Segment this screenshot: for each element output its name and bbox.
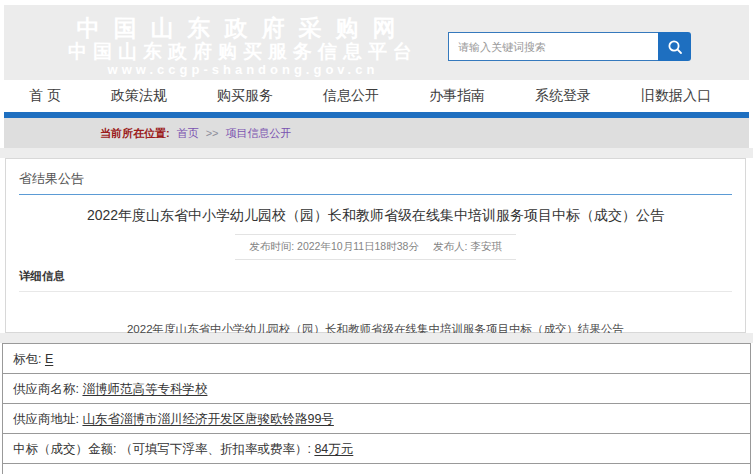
breadcrumb-home-link[interactable]: 首页	[177, 126, 199, 141]
search-bar	[448, 32, 691, 61]
search-icon	[667, 39, 683, 55]
nav-item-legacy-data[interactable]: 旧数据入口	[641, 87, 711, 105]
breadcrumb-current-link[interactable]: 项目信息公开	[226, 126, 292, 141]
publisher-value: 李安琪	[470, 240, 502, 252]
page: { "banner": { "logo_line1": "中国山东政府采购网",…	[0, 0, 753, 474]
detail-section-label: 详细信息	[19, 269, 732, 292]
announcement-title: 2022年度山东省中小学幼儿园校（园）长和教师省级在线集中培训服务项目中标（成交…	[6, 207, 745, 225]
table-row-partial	[3, 464, 750, 474]
divider-strip-top	[0, 148, 753, 158]
site-logo-title: 中国山东政府采购网	[68, 15, 418, 41]
site-logo-url: www.ccgp-shandong.gov.cn	[68, 63, 418, 78]
table-row-supplier-name: 供应商名称: 淄博师范高等专科学校	[3, 374, 750, 404]
table-row-award-amount: 中标（成交）金额: （可填写下浮率、折扣率或费率）: 84万元	[3, 434, 750, 464]
divider-strip-bottom	[0, 333, 753, 343]
row-label: 供应商名称:	[13, 382, 82, 396]
row-label: 供应商地址:	[13, 412, 82, 426]
nav-item-system-login[interactable]: 系统登录	[535, 87, 591, 105]
breadcrumb-separator: >>	[206, 127, 219, 139]
publish-time-label: 发布时间:	[249, 240, 297, 252]
breadcrumb: 当前所在位置: 首页 >> 项目信息公开	[4, 118, 749, 148]
publisher-label: 发布人:	[433, 240, 470, 252]
site-logo-subtitle: 中国山东政府购买服务信息平台	[68, 41, 418, 63]
section-title: 省结果公告	[19, 170, 732, 195]
nav-item-purchase-services[interactable]: 购买服务	[217, 87, 273, 105]
row-value: 84万元	[314, 442, 353, 456]
table-row-supplier-address: 供应商地址: 山东省淄博市淄川经济开发区唐骏欧铃路99号	[3, 404, 750, 434]
publish-time-value: 2022年10月11日18时38分	[297, 240, 419, 252]
nav-item-home[interactable]: 首 页	[29, 87, 61, 105]
site-logo: 中国山东政府采购网 中国山东政府购买服务信息平台 www.ccgp-shando…	[68, 15, 418, 78]
row-value: E	[45, 352, 53, 366]
nav-item-guides[interactable]: 办事指南	[429, 87, 485, 105]
search-input[interactable]	[448, 32, 658, 61]
row-value: 山东省淄博市淄川经济开发区唐骏欧铃路99号	[82, 412, 333, 426]
site-banner: 中国山东政府采购网 中国山东政府购买服务信息平台 www.ccgp-shando…	[4, 5, 749, 80]
row-value: 淄博师范高等专科学校	[82, 382, 207, 396]
main-nav: 首 页 政策法规 购买服务 信息公开 办事指南 系统登录 旧数据入口	[4, 80, 749, 112]
nav-item-policies[interactable]: 政策法规	[111, 87, 167, 105]
publish-info: 发布时间: 2022年10月11日18时38分发布人: 李安琪	[235, 234, 515, 260]
result-table: 标包: E 供应商名称: 淄博师范高等专科学校 供应商地址: 山东省淄博市淄川经…	[2, 343, 751, 474]
announcement-card: 省结果公告 2022年度山东省中小学幼儿园校（园）长和教师省级在线集中培训服务项…	[5, 158, 746, 333]
breadcrumb-location-label: 当前所在位置:	[100, 126, 170, 141]
search-button[interactable]	[658, 32, 691, 61]
nav-item-info-disclosure[interactable]: 信息公开	[323, 87, 379, 105]
row-label: 标包:	[13, 352, 45, 366]
table-row-package: 标包: E	[3, 344, 750, 374]
row-label: 中标（成交）金额: （可填写下浮率、折扣率或费率）:	[13, 442, 314, 456]
